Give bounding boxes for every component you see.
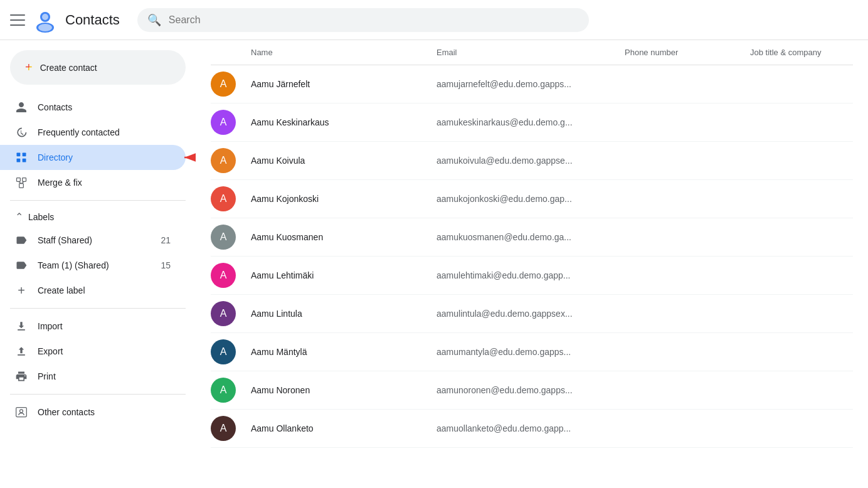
avatar: A [211, 263, 236, 288]
contacts-list: A Aamu Järnefelt aamujarnefelt@edu.demo.… [211, 65, 853, 448]
table-row[interactable]: A Aamu Lehtimäki aamulehtimaki@edu.demo.… [211, 257, 853, 295]
other-contacts-icon [15, 406, 28, 418]
other-contacts-label: Other contacts [38, 407, 95, 417]
table-row[interactable]: A Aamu Mäntylä aamumantyla@edu.demo.gapp… [211, 333, 853, 371]
avatar: A [211, 301, 236, 326]
sidebar-item-directory[interactable]: Directory [0, 145, 186, 170]
avatar: A [211, 378, 236, 403]
avatar: A [211, 416, 236, 441]
svg-point-3 [38, 24, 52, 31]
contact-name: Aamu Keskinarkaus [251, 117, 437, 127]
import-icon [15, 320, 28, 332]
print-icon [15, 370, 28, 383]
contact-email: aamumantyla@edu.demo.gapps... [437, 347, 625, 357]
history-icon [15, 126, 28, 139]
app-logo [33, 8, 58, 33]
create-label-item[interactable]: + Create label [0, 278, 196, 303]
sidebar-item-print[interactable]: Print [0, 364, 186, 389]
merge-fix-label: Merge & fix [38, 178, 82, 188]
table-row[interactable]: A Aamu Keskinarkaus aamukeskinarkaus@edu… [211, 103, 853, 142]
table-row[interactable]: A Aamu Kojonkoski aamukojonkoski@edu.dem… [211, 180, 853, 218]
sidebar-divider-2 [10, 308, 186, 309]
label-icon-staff [15, 234, 28, 247]
sidebar-item-contacts[interactable]: Contacts [0, 95, 186, 120]
search-bar[interactable]: 🔍 [137, 8, 589, 32]
contact-name: Aamu Ollanketo [251, 423, 437, 433]
plus-icon: + [25, 60, 33, 75]
create-label-label: Create label [38, 285, 85, 295]
svg-rect-5 [23, 153, 26, 157]
col-header-email: Email [437, 48, 625, 57]
search-input[interactable] [169, 14, 579, 26]
import-label: Import [38, 321, 63, 331]
hamburger-menu-icon[interactable] [10, 13, 25, 28]
table-row[interactable]: A Aamu Järnefelt aamujarnefelt@edu.demo.… [211, 65, 853, 103]
staff-shared-label: Staff (Shared) [38, 235, 92, 245]
directory-icon [15, 151, 28, 164]
contacts-label: Contacts [38, 102, 72, 112]
svg-rect-7 [23, 159, 26, 162]
contact-name: Aamu Koivula [251, 156, 437, 166]
table-row[interactable]: A Aamu Koivula aamukoivula@edu.demo.gapp… [211, 142, 853, 180]
arrow-annotation [179, 148, 196, 167]
sidebar: + Create contact Contacts Frequently con… [0, 40, 196, 488]
table-row[interactable]: A Aamu Noronen aamunoronen@edu.demo.gapp… [211, 371, 853, 410]
create-contact-button[interactable]: + Create contact [10, 50, 186, 85]
sidebar-item-frequently-contacted[interactable]: Frequently contacted [0, 120, 186, 145]
table-row[interactable]: A Aamu Ollanketo aamuollanketo@edu.demo.… [211, 410, 853, 448]
contact-email: aamukojonkoski@edu.demo.gap... [437, 194, 625, 204]
sidebar-item-staff-shared[interactable]: Staff (Shared) 21 [0, 228, 186, 253]
print-label: Print [38, 371, 56, 381]
contact-email: aamujarnefelt@edu.demo.gapps... [437, 79, 625, 89]
export-icon [15, 345, 28, 358]
contact-email: aamulehtimaki@edu.demo.gapp... [437, 270, 625, 280]
col-header-name: Name [211, 48, 437, 57]
avatar: A [211, 148, 236, 173]
avatar: A [211, 225, 236, 250]
contact-name: Aamu Noronen [251, 385, 437, 395]
app-title: Contacts [65, 12, 120, 28]
staff-shared-count: 21 [161, 235, 171, 245]
contact-name: Aamu Kuosmanen [251, 232, 437, 242]
col-header-phone: Phone number [625, 48, 750, 57]
chevron-up-icon: ⌃ [15, 211, 23, 223]
sidebar-item-other-contacts[interactable]: Other contacts [0, 400, 186, 425]
labels-header-label: Labels [28, 212, 54, 222]
contact-email: aamulintula@edu.demo.gappsex... [437, 309, 625, 319]
contact-name: Aamu Mäntylä [251, 347, 437, 357]
directory-label: Directory [38, 152, 73, 162]
contact-email: aamukeskinarkaus@edu.demo.g... [437, 117, 625, 127]
export-label: Export [38, 346, 63, 356]
labels-section-header[interactable]: ⌃ Labels [0, 206, 196, 228]
svg-point-2 [42, 14, 48, 20]
frequently-contacted-label: Frequently contacted [38, 127, 120, 137]
create-label-icon: + [15, 284, 28, 297]
contacts-icon [15, 101, 28, 114]
table-row[interactable]: A Aamu Lintula aamulintula@edu.demo.gapp… [211, 295, 853, 333]
label-icon-team [15, 259, 28, 272]
create-contact-label: Create contact [40, 63, 97, 73]
sidebar-divider-3 [10, 394, 186, 395]
table-row[interactable]: A Aamu Kuosmanen aamukuosmanen@edu.demo.… [211, 218, 853, 257]
contact-email: aamukuosmanen@edu.demo.ga... [437, 232, 625, 242]
contact-name: Aamu Kojonkoski [251, 194, 437, 204]
svg-point-16 [20, 410, 23, 413]
contact-email: aamuollanketo@edu.demo.gapp... [437, 423, 625, 433]
contact-email: aamunoronen@edu.demo.gapps... [437, 385, 625, 395]
merge-icon [15, 176, 28, 189]
avatar: A [211, 339, 236, 364]
sidebar-divider-1 [10, 200, 186, 201]
contacts-content: Name Email Phone number Job title & comp… [196, 40, 868, 488]
table-header: Name Email Phone number Job title & comp… [211, 40, 853, 65]
svg-rect-6 [17, 159, 21, 162]
avatar: A [211, 110, 236, 135]
col-header-job: Job title & company [750, 48, 853, 57]
contact-name: Aamu Lintula [251, 309, 437, 319]
sidebar-item-import[interactable]: Import [0, 314, 186, 339]
avatar: A [211, 72, 236, 97]
team-shared-count: 15 [161, 260, 171, 270]
sidebar-item-export[interactable]: Export [0, 339, 186, 364]
sidebar-item-team-shared[interactable]: Team (1) (Shared) 15 [0, 253, 186, 278]
contact-name: Aamu Lehtimäki [251, 270, 437, 280]
sidebar-item-merge-fix[interactable]: Merge & fix [0, 170, 186, 195]
